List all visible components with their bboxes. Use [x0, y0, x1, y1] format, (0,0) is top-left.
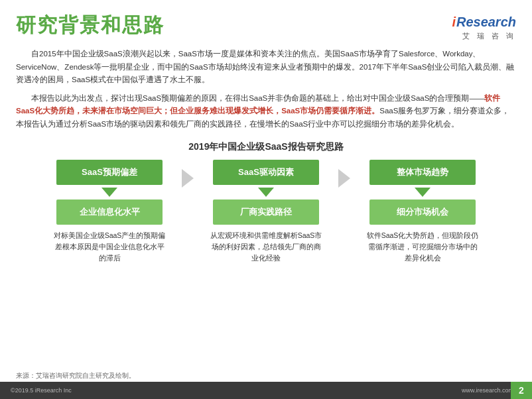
desc-2: 从宏观环境和供需维度解析SaaS市场的利好因素，总结领先厂商的商业化经验	[208, 230, 324, 263]
page: 研究背景和思路 i Research 艾 瑞 咨 询 自2015年中国企业级Sa…	[0, 0, 532, 399]
logo-area: i Research 艾 瑞 咨 询	[452, 15, 516, 41]
diagram-container: SaaS预期偏差 企业信息化水平 对标美国企业级SaaS产生的预期偏差根本原因是…	[16, 160, 516, 263]
right-arrow-2-wrapper	[332, 160, 356, 188]
right-arrow-2	[338, 169, 350, 188]
down-arrow-3	[415, 188, 431, 197]
paragraph-1: 自2015年中国企业级SaaS浪潮兴起以来，SaaS市场一度是媒体和资本关注的焦…	[16, 48, 516, 87]
source-line: 来源：艾瑞咨询研究院自主研究及绘制。	[16, 372, 135, 380]
footer: ©2019.5 iResearch Inc www.iresearch.com.…	[0, 382, 532, 399]
desc-3: 软件SaaS化大势所趋，但现阶段仍需循序渐进，可挖掘细分市场中的差异化机会	[365, 230, 481, 263]
p2-before: 本报告以此为出发点，探讨出现SaaS预期偏差的原因，在得出SaaS并非伪命题的基…	[31, 94, 484, 102]
box-saas-drivers: SaaS驱动因素	[213, 160, 319, 185]
logo-research: Research	[456, 15, 516, 30]
down-arrow-2	[258, 188, 274, 197]
box-market-trend: 整体市场趋势	[369, 160, 476, 185]
logo-i: i	[452, 15, 456, 30]
box-segment-opportunity: 细分市场机会	[369, 200, 476, 225]
diagram-column-3: 整体市场趋势 细分市场机会 软件SaaS化大势所趋，但现阶段仍需循序渐进，可挖掘…	[356, 160, 489, 263]
footer-page-number: 2	[511, 382, 532, 399]
body-section: 自2015年中国企业级SaaS浪潮兴起以来，SaaS市场一度是媒体和资本关注的焦…	[0, 48, 532, 131]
box-vendor-path: 厂商实践路径	[213, 200, 319, 225]
diagram-section: 2019年中国企业级SaaS报告研究思路 SaaS预期偏差 企业信息化水平 对标…	[0, 136, 532, 263]
diagram-title: 2019年中国企业级SaaS报告研究思路	[16, 141, 516, 153]
diagram-column-2: SaaS驱动因素 厂商实践路径 从宏观环境和供需维度解析SaaS市场的利好因素，…	[200, 160, 332, 263]
logo-subtitle: 艾 瑞 咨 询	[462, 31, 516, 41]
header: 研究背景和思路 i Research 艾 瑞 咨 询	[0, 0, 532, 48]
box-enterprise-info: 企业信息化水平	[56, 200, 163, 225]
down-arrow-1	[101, 188, 117, 197]
footer-copyright: ©2019.5 iResearch Inc	[11, 387, 72, 394]
desc-1: 对标美国企业级SaaS产生的预期偏差根本原因是中国企业信息化水平的滞后	[52, 230, 168, 263]
page-title: 研究背景和思路	[16, 12, 165, 39]
logo: i Research	[452, 15, 516, 30]
paragraph-2: 本报告以此为出发点，探讨出现SaaS预期偏差的原因，在得出SaaS并非伪命题的基…	[16, 92, 516, 131]
box-saas-bias: SaaS预期偏差	[56, 160, 163, 185]
diagram-column-1: SaaS预期偏差 企业信息化水平 对标美国企业级SaaS产生的预期偏差根本原因是…	[43, 160, 176, 263]
right-arrow-1	[182, 169, 194, 188]
right-arrow-1-wrapper	[176, 160, 200, 188]
